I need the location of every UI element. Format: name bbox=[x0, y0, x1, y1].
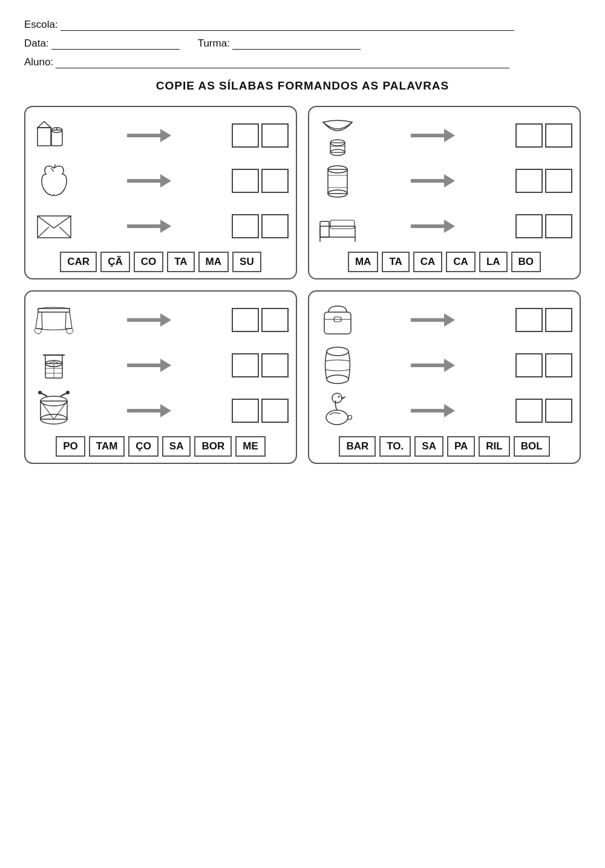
image-well bbox=[33, 345, 75, 385]
syllable-tile[interactable]: TAM bbox=[89, 436, 125, 457]
answer-box[interactable] bbox=[515, 169, 543, 193]
exercise-box-2: MA TA CA CA LA BO bbox=[308, 106, 581, 279]
svg-point-44 bbox=[327, 375, 348, 383]
answer-box[interactable] bbox=[545, 399, 572, 423]
answer-boxes-4-2 bbox=[515, 353, 572, 377]
image-bed bbox=[316, 206, 359, 246]
image-can bbox=[316, 161, 359, 200]
exercise-box-3: PO TAM ÇO SA BOR ME bbox=[24, 290, 297, 464]
aluno-input[interactable] bbox=[56, 56, 509, 68]
image-table bbox=[33, 300, 75, 339]
answer-box[interactable] bbox=[515, 214, 543, 238]
syllable-tile[interactable]: BOR bbox=[194, 436, 232, 457]
answer-box[interactable] bbox=[261, 214, 289, 238]
syllable-tile[interactable]: SA bbox=[162, 436, 191, 457]
syllable-tile[interactable]: SU bbox=[232, 252, 261, 272]
syllable-tile[interactable]: ME bbox=[235, 436, 266, 457]
svg-point-46 bbox=[332, 393, 342, 403]
image-row-1-3 bbox=[33, 206, 289, 246]
syllable-tile[interactable]: TA bbox=[382, 252, 409, 272]
image-row-1-2 bbox=[33, 161, 289, 200]
answer-boxes-4-3 bbox=[515, 399, 572, 423]
syllable-tile[interactable]: TO. bbox=[379, 436, 411, 457]
image-lips bbox=[316, 116, 359, 155]
image-row-4-2 bbox=[316, 345, 572, 385]
turma-input[interactable] bbox=[232, 37, 361, 50]
svg-rect-21 bbox=[330, 220, 355, 229]
answer-box[interactable] bbox=[515, 123, 543, 148]
svg-rect-32 bbox=[41, 401, 67, 419]
image-row-4-1 bbox=[316, 300, 572, 339]
answer-boxes-2-3 bbox=[515, 214, 572, 238]
answer-boxes-3-2 bbox=[232, 353, 289, 377]
syllable-tile[interactable]: LA bbox=[479, 252, 508, 272]
svg-rect-18 bbox=[320, 221, 329, 237]
image-row-3-2 bbox=[33, 345, 289, 385]
image-row-2-2 bbox=[316, 161, 572, 200]
answer-boxes-1-2 bbox=[232, 169, 289, 193]
answer-box[interactable] bbox=[545, 353, 572, 377]
answer-box[interactable] bbox=[515, 308, 543, 332]
aluno-label: Aluno: bbox=[24, 56, 53, 68]
answer-box[interactable] bbox=[261, 169, 289, 193]
syllable-tile[interactable]: RIL bbox=[479, 436, 509, 457]
arrow-4-2 bbox=[359, 359, 511, 371]
syllable-tile[interactable]: CA bbox=[446, 252, 476, 272]
answer-box[interactable] bbox=[261, 123, 289, 148]
image-row-3-3 bbox=[33, 391, 289, 430]
syllable-tile[interactable]: CA bbox=[413, 252, 443, 272]
answer-boxes-3-1 bbox=[232, 308, 289, 332]
image-apple bbox=[33, 161, 75, 200]
arrow-1-3 bbox=[75, 220, 227, 232]
syllable-tile[interactable]: BO bbox=[511, 252, 541, 272]
syllable-row-3: PO TAM ÇO SA BOR ME bbox=[33, 436, 289, 457]
image-envelope bbox=[33, 206, 75, 246]
syllable-row-1: CAR ÇÃ CO TA MA SU bbox=[33, 252, 289, 272]
answer-box[interactable] bbox=[545, 169, 572, 193]
answer-box[interactable] bbox=[261, 399, 289, 423]
answer-boxes-2-1 bbox=[515, 123, 572, 148]
image-row-3-1 bbox=[33, 300, 289, 339]
answer-box[interactable] bbox=[232, 123, 259, 148]
answer-box[interactable] bbox=[232, 399, 259, 423]
turma-group: Turma: bbox=[198, 37, 361, 50]
escola-input[interactable] bbox=[60, 18, 514, 31]
answer-box[interactable] bbox=[261, 353, 289, 377]
syllable-tile[interactable]: TA bbox=[167, 252, 194, 272]
answer-box[interactable] bbox=[545, 308, 572, 332]
arrow-2-1 bbox=[359, 129, 511, 142]
syllable-tile[interactable]: BOL bbox=[514, 436, 550, 457]
arrow-3-1 bbox=[75, 314, 227, 326]
answer-box[interactable] bbox=[261, 308, 289, 332]
image-row-1-1 bbox=[33, 116, 289, 155]
data-turma-line: Data: Turma: bbox=[24, 37, 581, 50]
image-bag bbox=[316, 300, 359, 339]
answer-box[interactable] bbox=[232, 214, 259, 238]
answer-box[interactable] bbox=[545, 214, 572, 238]
svg-rect-9 bbox=[330, 143, 345, 152]
answer-box[interactable] bbox=[232, 353, 259, 377]
answer-box[interactable] bbox=[545, 123, 572, 148]
data-input[interactable] bbox=[51, 37, 180, 50]
answer-box[interactable] bbox=[232, 308, 259, 332]
answer-box[interactable] bbox=[515, 353, 543, 377]
syllable-tile[interactable]: MA bbox=[348, 252, 378, 272]
syllable-tile[interactable]: PA bbox=[447, 436, 475, 457]
arrow-1-2 bbox=[75, 175, 227, 187]
syllable-tile[interactable]: BAR bbox=[339, 436, 376, 457]
syllable-tile[interactable]: SA bbox=[414, 436, 443, 457]
answer-boxes-1-3 bbox=[232, 214, 289, 238]
syllable-tile[interactable]: MA bbox=[198, 252, 229, 272]
syllable-tile[interactable]: CAR bbox=[60, 252, 97, 272]
syllable-tile[interactable]: ÇO bbox=[128, 436, 159, 457]
answer-box[interactable] bbox=[515, 399, 543, 423]
syllable-tile[interactable]: PO bbox=[56, 436, 85, 457]
image-row-2-1 bbox=[316, 116, 572, 155]
syllable-row-4: BAR TO. SA PA RIL BOL bbox=[316, 436, 572, 457]
answer-box[interactable] bbox=[232, 169, 259, 193]
turma-label: Turma: bbox=[198, 38, 230, 50]
escola-line: Escola: bbox=[24, 18, 581, 31]
arrow-2-3 bbox=[359, 220, 511, 232]
syllable-tile[interactable]: ÇÃ bbox=[100, 252, 130, 272]
syllable-tile[interactable]: CO bbox=[134, 252, 164, 272]
